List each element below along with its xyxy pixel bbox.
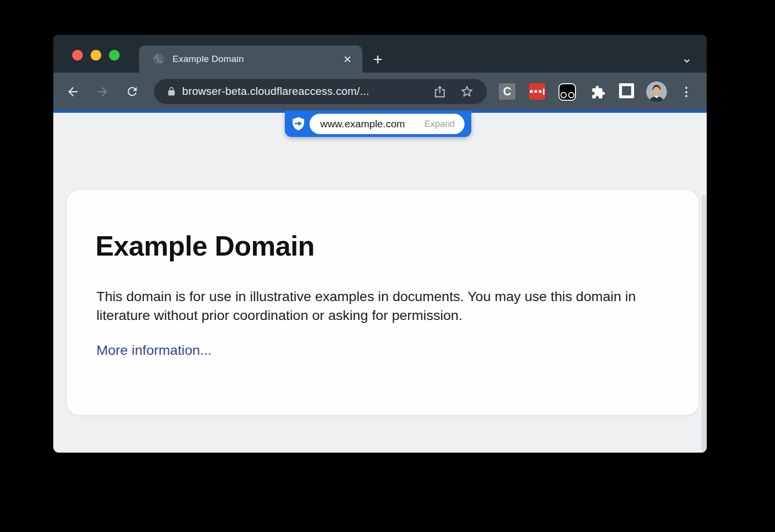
window-zoom-button[interactable] (109, 50, 120, 61)
forward-button[interactable] (93, 82, 111, 101)
address-bar[interactable]: browser-beta.cloudflareaccess.com/... (154, 79, 487, 104)
browser-menu-button[interactable]: ⋮ (679, 82, 694, 101)
window-close-button[interactable] (72, 50, 83, 61)
new-tab-button[interactable]: + (367, 48, 388, 70)
more-information-link[interactable]: More information... (96, 342, 212, 358)
isolated-url-pill[interactable]: www.example.com Expand (310, 114, 465, 134)
share-icon[interactable] (433, 84, 447, 99)
profile-photo-icon (646, 81, 667, 102)
tab-strip: Example Domain ✕ + ⌄ (53, 35, 707, 73)
scrollbar-track[interactable] (700, 191, 707, 453)
lastpass-dot-icon (534, 90, 537, 93)
lens-circle-icon (568, 92, 574, 98)
shield-arrow-icon (292, 117, 305, 131)
forward-arrow-icon (95, 85, 109, 99)
lastpass-cursor-icon (543, 89, 544, 95)
browser-window: Example Domain ✕ + ⌄ (53, 35, 707, 453)
back-arrow-icon (66, 85, 80, 99)
extensions-menu-button[interactable] (589, 83, 607, 102)
profile-avatar[interactable] (646, 81, 667, 102)
isolation-domain-badge: www.example.com Expand (285, 110, 471, 137)
extension-camera-button[interactable] (558, 83, 576, 101)
lastpass-dot-icon (539, 90, 542, 93)
side-panel-button[interactable] (619, 83, 634, 98)
browser-toolbar: browser-beta.cloudflareaccess.com/... C (53, 73, 707, 110)
url-text[interactable]: browser-beta.cloudflareaccess.com/... (182, 85, 433, 98)
tab-title: Example Domain (172, 54, 343, 64)
reload-icon (125, 85, 139, 98)
extension-lastpass-button[interactable] (529, 83, 545, 100)
reload-button[interactable] (123, 82, 141, 101)
tab-example-domain[interactable]: Example Domain ✕ (139, 46, 362, 73)
tab-search-chevron-icon[interactable]: ⌄ (677, 47, 697, 69)
page-paragraph: This domain is for use in illustrative e… (96, 287, 656, 325)
content-card: Example Domain This domain is for use in… (67, 190, 698, 415)
back-button[interactable] (63, 82, 82, 101)
desktop-background: Example Domain ✕ + ⌄ (0, 0, 775, 532)
extension-c-button[interactable]: C (499, 83, 515, 100)
scrollbar-thumb[interactable] (701, 195, 706, 453)
page-viewport: Example Domain This domain is for use in… (53, 113, 707, 453)
puzzle-piece-icon (591, 85, 605, 100)
lens-circle-icon (560, 92, 567, 98)
bookmark-star-icon[interactable] (460, 84, 474, 99)
expand-button[interactable]: Expand (424, 119, 455, 129)
tab-close-icon[interactable]: ✕ (343, 54, 352, 64)
window-minimize-button[interactable] (91, 50, 101, 61)
lastpass-dot-icon (530, 90, 533, 93)
globe-favicon-icon (153, 53, 164, 65)
lock-icon (167, 87, 176, 96)
extension-c-label: C (503, 85, 512, 98)
isolated-domain-text: www.example.com (320, 118, 424, 130)
page-heading: Example Domain (95, 230, 314, 262)
